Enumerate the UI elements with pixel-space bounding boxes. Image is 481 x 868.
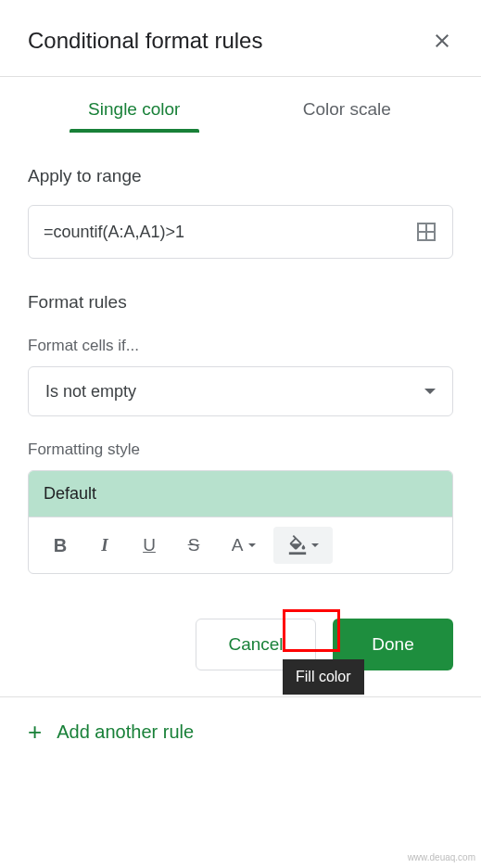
style-preview[interactable]: Default <box>29 471 452 517</box>
close-icon[interactable] <box>431 30 453 52</box>
watermark: www.deuaq.com <box>408 852 475 862</box>
tab-color-scale[interactable]: Color scale <box>241 99 454 133</box>
panel-title: Conditional format rules <box>28 28 262 54</box>
condition-select[interactable]: Is not empty <box>28 366 453 416</box>
bold-button[interactable]: B <box>40 527 81 564</box>
svg-rect-0 <box>289 552 306 555</box>
select-range-icon[interactable] <box>415 221 437 243</box>
paint-bucket-icon <box>287 535 308 555</box>
italic-button[interactable]: I <box>84 527 125 564</box>
chevron-down-icon <box>248 543 256 547</box>
fill-color-button[interactable] <box>273 527 333 564</box>
text-color-label: A <box>232 535 244 555</box>
range-input-container <box>28 205 453 259</box>
format-rules-label: Format rules <box>28 292 453 313</box>
add-another-rule-button[interactable]: + Add another rule <box>0 697 481 766</box>
style-toolbar: B I U S A <box>29 517 452 573</box>
add-rule-label: Add another rule <box>57 721 194 743</box>
text-color-button[interactable]: A <box>218 527 270 564</box>
style-box: Default B I U S A <box>28 470 453 574</box>
underline-button[interactable]: U <box>129 527 170 564</box>
apply-to-range-label: Apply to range <box>28 166 453 186</box>
strikethrough-button[interactable]: S <box>173 527 214 564</box>
plus-icon: + <box>28 720 42 744</box>
format-cells-if-label: Format cells if... <box>28 337 453 355</box>
tab-single-color[interactable]: Single color <box>28 99 241 133</box>
formatting-style-label: Formatting style <box>28 440 453 459</box>
chevron-down-icon <box>424 389 436 394</box>
fill-color-tooltip: Fill color <box>283 659 364 695</box>
range-input[interactable] <box>44 223 415 242</box>
chevron-down-icon <box>311 543 319 547</box>
condition-value: Is not empty <box>45 382 136 402</box>
